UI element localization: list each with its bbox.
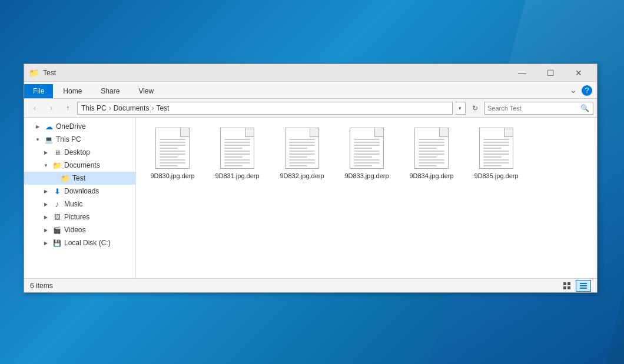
file-item[interactable]: 9D835.jpg.derp — [467, 125, 526, 183]
file-name: 9D835.jpg.derp — [474, 172, 518, 180]
test-label: Test — [72, 174, 85, 182]
sidebar-item-pictures[interactable]: ▶ 🖼 Pictures — [24, 211, 135, 223]
path-documents[interactable]: Documents — [114, 104, 150, 112]
tab-file[interactable]: File — [24, 84, 53, 98]
file-item[interactable]: 9D834.jpg.derp — [402, 125, 461, 183]
localdisk-expander[interactable]: ▶ — [42, 239, 50, 247]
explorer-window: 📁 Test — ☐ ✕ File Home Share View ⌄ ? ‹ … — [24, 64, 598, 293]
address-path[interactable]: This PC › Documents › Test — [77, 102, 453, 115]
doc-line — [224, 139, 250, 140]
doc-line — [483, 165, 502, 166]
file-item[interactable]: 9D832.jpg.derp — [273, 125, 331, 183]
doc-line — [289, 162, 315, 163]
doc-line — [354, 148, 372, 149]
localdisk-icon: 💾 — [52, 238, 62, 248]
doc-line — [160, 145, 185, 146]
doc-line — [483, 142, 509, 143]
search-icon[interactable]: 🔍 — [579, 102, 590, 114]
doc-line — [160, 162, 185, 163]
sidebar-item-test[interactable]: ▶ 📁 Test — [24, 172, 135, 185]
doc-line — [419, 159, 444, 161]
doc-line — [224, 153, 250, 155]
doc-line — [224, 162, 250, 163]
file-icon — [154, 128, 191, 170]
file-name: 9D833.jpg.derp — [344, 172, 389, 180]
file-icon — [218, 128, 256, 170]
doc-icon — [285, 128, 319, 169]
sidebar-item-documents[interactable]: ▼ 📁 Documents — [24, 159, 135, 172]
path-dropdown[interactable]: ▾ — [455, 102, 466, 115]
sidebar-item-localdisk[interactable]: ▶ 💾 Local Disk (C:) — [24, 236, 135, 249]
doc-line — [354, 153, 380, 155]
sidebar-item-thispc[interactable]: ▼ 💻 This PC — [24, 133, 135, 146]
file-name: 9D832.jpg.derp — [280, 172, 324, 180]
window-title: Test — [43, 69, 509, 77]
doc-line — [354, 139, 380, 140]
file-icon — [413, 128, 450, 170]
title-bar-icons: 📁 — [29, 68, 38, 78]
onedrive-icon: ☁ — [44, 122, 54, 131]
downloads-expander[interactable]: ▶ — [42, 187, 50, 195]
doc-line — [483, 153, 509, 155]
tab-share[interactable]: Share — [92, 84, 128, 98]
doc-line — [419, 165, 437, 166]
doc-line — [354, 156, 372, 158]
doc-line — [289, 165, 307, 166]
thispc-expander[interactable]: ▼ — [34, 135, 42, 143]
file-item[interactable]: 9D831.jpg.derp — [208, 125, 267, 183]
doc-line — [160, 153, 185, 155]
videos-expander[interactable]: ▶ — [42, 226, 50, 234]
doc-line — [419, 148, 437, 149]
sidebar-item-music[interactable]: ▶ ♪ Music — [24, 198, 135, 211]
up-button[interactable]: ↑ — [61, 101, 75, 115]
tab-view[interactable]: View — [130, 84, 162, 98]
tab-home[interactable]: Home — [54, 84, 91, 98]
doc-line — [483, 159, 509, 161]
sidebar-item-desktop[interactable]: ▶ 🖥 Desktop — [24, 146, 135, 159]
minimize-button[interactable]: — — [509, 64, 536, 82]
doc-line — [419, 139, 444, 140]
content-area: 9D830.jpg.derp — [136, 118, 597, 278]
back-button[interactable]: ‹ — [28, 101, 42, 115]
svg-rect-3 — [567, 286, 570, 289]
doc-lines — [483, 139, 509, 168]
file-item[interactable]: 9D830.jpg.derp — [143, 125, 202, 183]
doc-line — [354, 162, 380, 163]
sidebar-item-downloads[interactable]: ▶ ⬇ Downloads — [24, 185, 135, 198]
doc-line — [289, 148, 307, 149]
doc-line — [419, 145, 444, 146]
thispc-label: This PC — [56, 135, 81, 143]
view-btn-details[interactable] — [576, 280, 591, 292]
downloads-icon: ⬇ — [52, 186, 62, 196]
search-input[interactable] — [487, 105, 579, 112]
sidebar: ▶ ☁ OneDrive ▼ 💻 This PC ▶ 🖥 Desktop ▼ 📁… — [24, 118, 136, 278]
doc-line — [483, 156, 502, 158]
maximize-button[interactable]: ☐ — [537, 64, 564, 82]
file-item[interactable]: 9D833.jpg.derp — [337, 125, 396, 183]
ribbon-expand-icon[interactable]: ⌄ ? — [565, 83, 597, 98]
folder-title-icon: 📁 — [29, 68, 38, 78]
desktop-expander[interactable]: ▶ — [42, 148, 50, 156]
path-test[interactable]: Test — [156, 104, 169, 112]
svg-rect-2 — [563, 286, 566, 289]
refresh-button[interactable]: ↻ — [468, 101, 482, 115]
path-thispc[interactable]: This PC — [81, 104, 107, 112]
sidebar-item-onedrive[interactable]: ▶ ☁ OneDrive — [24, 120, 135, 133]
music-expander[interactable]: ▶ — [42, 200, 50, 208]
pictures-expander[interactable]: ▶ — [42, 213, 50, 221]
item-count: 6 items — [30, 282, 559, 290]
path-sep-2: › — [151, 104, 154, 112]
file-name: 9D831.jpg.derp — [215, 172, 259, 180]
forward-button[interactable]: › — [44, 101, 58, 115]
onedrive-expander[interactable]: ▶ — [34, 122, 42, 131]
doc-line — [289, 145, 315, 146]
doc-line — [160, 165, 178, 166]
doc-line — [160, 159, 185, 161]
doc-line — [354, 142, 380, 143]
doc-line — [224, 142, 250, 143]
sidebar-item-videos[interactable]: ▶ 🎬 Videos — [24, 223, 135, 236]
documents-expander[interactable]: ▼ — [42, 161, 50, 169]
close-button[interactable]: ✕ — [565, 64, 592, 82]
view-btn-large-icons[interactable] — [559, 280, 575, 292]
svg-rect-6 — [580, 288, 587, 289]
